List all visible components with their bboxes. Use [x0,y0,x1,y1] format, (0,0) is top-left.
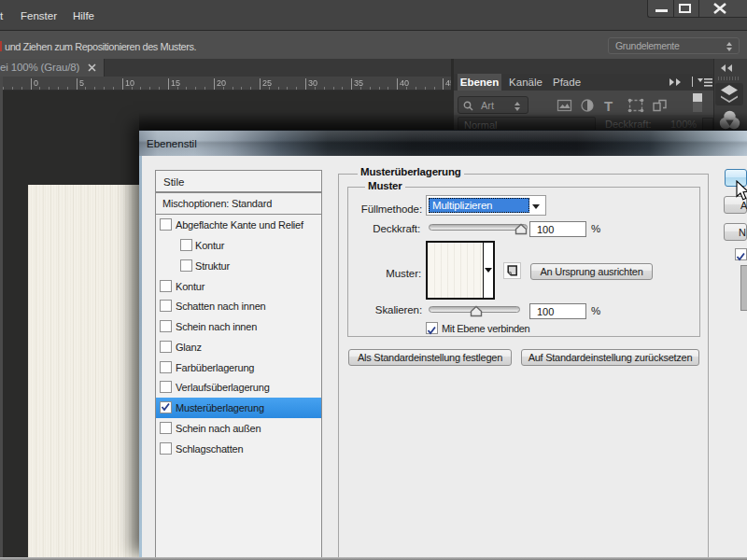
svg-text:T: T [604,98,613,113]
